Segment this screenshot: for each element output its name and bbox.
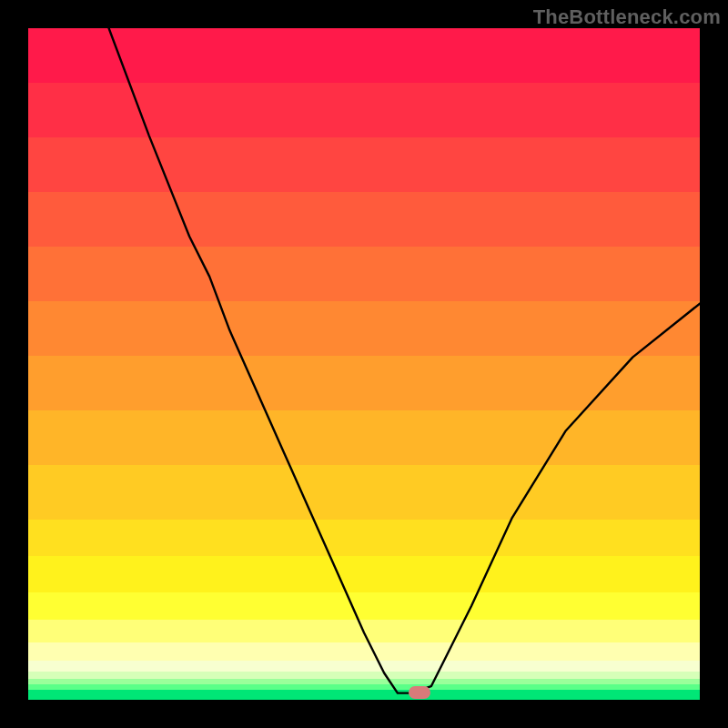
plot-area	[28, 28, 700, 700]
bg-band	[28, 661, 700, 672]
bg-band	[28, 137, 700, 192]
bg-band	[28, 465, 700, 520]
optimum-marker	[409, 686, 430, 699]
bg-band	[28, 556, 700, 592]
bg-band	[28, 83, 700, 137]
bg-band	[28, 620, 700, 642]
bg-band	[28, 356, 700, 410]
bg-band	[28, 679, 700, 684]
bg-band	[28, 642, 700, 661]
bg-band	[28, 192, 700, 247]
bg-band	[28, 690, 700, 700]
bg-band	[28, 247, 700, 301]
bg-band	[28, 28, 700, 83]
bg-band	[28, 672, 700, 679]
bg-band	[28, 301, 700, 356]
bg-band	[28, 520, 700, 556]
chart-frame: TheBottleneck.com	[0, 0, 728, 728]
bg-band	[28, 410, 700, 465]
bg-band	[28, 684, 700, 690]
watermark-text: TheBottleneck.com	[533, 5, 721, 29]
bg-band	[28, 592, 700, 620]
